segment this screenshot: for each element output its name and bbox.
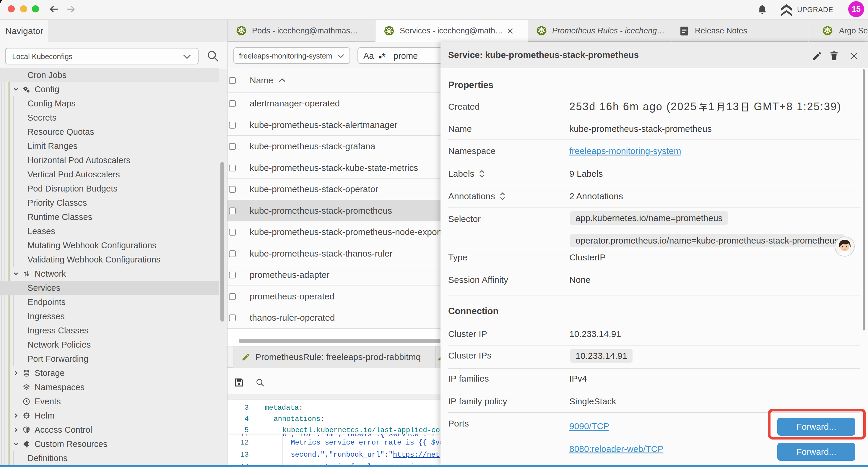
svg-text:HELM: HELM <box>24 415 28 416</box>
